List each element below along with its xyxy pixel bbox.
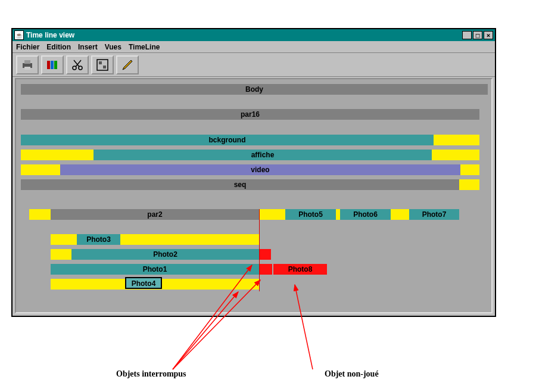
menu-vues[interactable]: Vues	[105, 43, 121, 51]
svg-rect-4	[51, 61, 54, 69]
menu-timeline[interactable]: TimeLine	[129, 43, 160, 51]
edit-button[interactable]	[116, 55, 139, 74]
layout-icon	[95, 58, 110, 72]
track-seq[interactable]: seq	[21, 179, 459, 190]
track-photo2-overrun[interactable]	[259, 249, 271, 260]
svg-rect-3	[47, 61, 50, 69]
scissors-button[interactable]	[66, 55, 89, 74]
track-photo7[interactable]: Photo7	[409, 209, 459, 220]
track-par16[interactable]: par16	[21, 109, 479, 120]
timeline-area[interactable]: Body par16 bckground affiche video seq p…	[15, 78, 493, 313]
track-photo6[interactable]: Photo6	[340, 209, 391, 220]
track-bckground[interactable]: bckground	[21, 135, 434, 145]
maximize-button[interactable]: □	[473, 31, 482, 39]
edit-icon	[120, 58, 135, 72]
menu-insert[interactable]: Insert	[78, 43, 98, 51]
track-photo3[interactable]: Photo3	[77, 234, 120, 245]
books-button[interactable]	[41, 55, 64, 74]
minimize-button[interactable]: _	[462, 31, 472, 39]
menubar: Fichier Edition Insert Vues TimeLine	[13, 41, 495, 53]
menu-edition[interactable]: Edition	[46, 43, 71, 51]
track-affiche[interactable]: affiche	[94, 150, 432, 160]
printer-icon	[20, 58, 35, 72]
titlebar: ☕ Time line view _ □ ×	[13, 29, 495, 41]
menu-fichier[interactable]: Fichier	[16, 43, 39, 51]
layout-button[interactable]	[91, 55, 114, 74]
books-icon	[45, 58, 60, 72]
svg-rect-12	[103, 66, 106, 69]
annotation-nonplayed: Objet non-joué	[325, 369, 379, 379]
svg-rect-2	[24, 67, 30, 70]
track-photo5[interactable]: Photo5	[285, 209, 336, 220]
playhead-line	[259, 209, 260, 291]
track-par2[interactable]: par2	[51, 209, 259, 220]
svg-rect-11	[99, 61, 102, 64]
app-window: ☕ Time line view _ □ × Fichier Edition I…	[11, 28, 496, 317]
java-icon: ☕	[14, 30, 24, 40]
svg-rect-5	[54, 61, 57, 69]
track-photo1-overrun[interactable]	[259, 264, 272, 275]
track-photo8[interactable]: Photo8	[273, 264, 327, 275]
svg-rect-10	[97, 60, 108, 70]
track-photo1[interactable]: Photo1	[51, 264, 259, 275]
toolbar	[13, 53, 495, 77]
track-video[interactable]: video	[60, 164, 460, 175]
annotation-interrupted: Objets interrompus	[116, 369, 186, 379]
svg-rect-1	[24, 60, 30, 64]
scissors-icon	[70, 58, 85, 72]
track-photo2[interactable]: Photo2	[71, 249, 259, 260]
track-body[interactable]: Body	[21, 84, 488, 95]
close-button[interactable]: ×	[484, 31, 493, 39]
track-photo4[interactable]: Photo4	[125, 277, 162, 289]
window-title: Time line view	[26, 31, 461, 39]
printer-button[interactable]	[16, 55, 39, 74]
